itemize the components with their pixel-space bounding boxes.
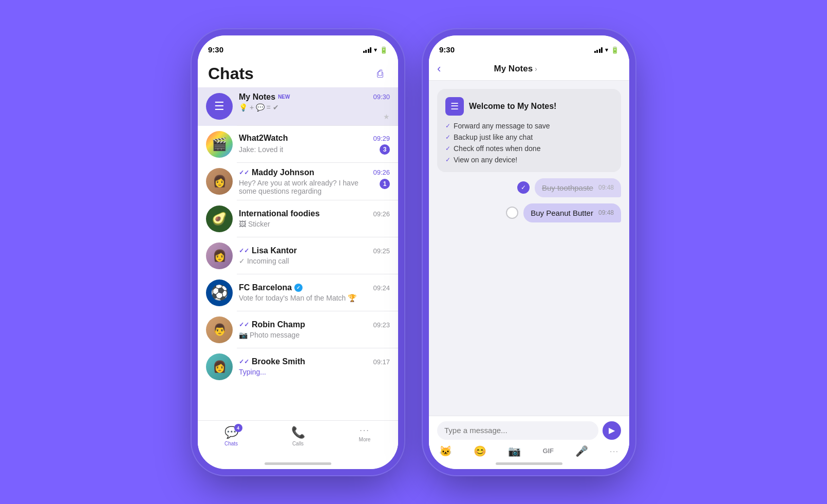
battery-icon-right: 🔋 [611,46,619,54]
chat-top-fc: FC Barcelona ✓ 09:24 [239,283,390,292]
more-tab-icon: ··· [360,426,369,435]
welcome-item-1: ✓ Forward any message to save [445,122,613,130]
avatar-my-notes: ☰ [206,93,233,120]
verified-badge-fc: ✓ [294,284,303,292]
chat-item-international[interactable]: 🥑 International foodies 09:26 🖼 Sticker [198,200,398,237]
chat-top-what2watch: What2Watch 09:29 [239,134,390,143]
chat-preview-robin: 📷 Photo message [239,331,390,339]
signal-bar-r2 [596,50,598,53]
compose-button[interactable]: ⎙ [372,66,388,81]
back-button[interactable]: ‹ [437,62,441,76]
double-check-brooke: ✓✓ [239,358,249,365]
status-icons-left: ▾ 🔋 [363,46,388,54]
chats-title: Chats [208,64,254,83]
tab-more[interactable]: ··· More [331,426,398,442]
notes-input-area: ▶ 🐱 😊 📷 GIF 🎤 ··· [429,416,629,462]
chat-top-international: International foodies 09:26 [239,209,390,218]
double-check-maddy: ✓✓ [239,169,249,176]
audio-icon[interactable]: 🎤 [575,445,588,457]
check-icon-3: ✓ [445,145,450,152]
chat-preview-what2watch: Jake: Loved it [239,145,283,154]
home-indicator-right [496,462,562,465]
chat-item-maddy[interactable]: 👩 ✓✓ Maddy Johnson 09:26 Hey? Are you at… [198,163,398,200]
chat-name-international: International foodies [239,209,319,218]
phone-notch-left [259,35,336,51]
chat-preview-lisa: ✓ Incoming call [239,257,390,265]
checkbox-toothpaste[interactable]: ✓ [517,181,530,194]
back-arrow-icon: ‹ [437,62,441,76]
signal-bars-left [363,47,372,53]
avatar-what2watch: 🎬 [206,131,233,158]
phone-content-left: Chats ⎙ ☰ My Notes NEW 09:30 [198,58,398,469]
chat-bottom-my-notes: ★ [239,113,390,121]
home-indicator-left [265,462,331,465]
phone-content-right: ‹ My Notes › ☰ Welcome to My Notes! ✓ [429,58,629,469]
send-button[interactable]: ▶ [603,421,621,440]
camera-icon[interactable]: 📷 [508,445,521,457]
gif-icon[interactable]: GIF [542,447,554,455]
avatar-fc: ⚽ [206,279,233,306]
notes-page-title: My Notes [494,64,533,74]
message-input[interactable] [437,421,598,440]
avatar-brooke: 👩 [206,353,233,380]
notes-title-wrap: My Notes › [494,64,537,74]
tab-calls[interactable]: 📞 Calls [265,426,331,446]
more-tab-label: More [359,437,371,442]
chat-name-my-notes: My Notes NEW [239,92,290,102]
checkbox-peanut-butter[interactable] [506,207,518,219]
note-time-toothpaste: 09:48 [598,184,614,191]
welcome-icon: ☰ [445,97,464,116]
tab-chats[interactable]: 💬 4 Chats [198,426,265,446]
signal-bar-4 [370,47,371,53]
check-icon-1: ✓ [445,122,450,129]
chat-top-maddy: ✓✓ Maddy Johnson 09:26 [239,168,390,177]
chat-time-fc: 09:24 [373,284,390,292]
chat-item-fc[interactable]: ⚽ FC Barcelona ✓ 09:24 Vote for today's … [198,274,398,311]
chat-item-robin[interactable]: 👨 ✓✓ Robin Champ 09:23 📷 Photo message [198,311,398,348]
chat-time-robin: 09:23 [373,321,390,329]
chat-info-international: International foodies 09:26 🖼 Sticker [239,209,390,228]
input-toolbar: 🐱 😊 📷 GIF 🎤 ··· [437,445,621,457]
note-row-peanut-butter: Buy Peanut Butter 09:48 [437,203,621,222]
signal-bar-r1 [594,51,596,53]
status-time-right: 9:30 [439,45,455,54]
chat-name-lisa: ✓✓ Lisa Kantor [239,246,297,255]
avatar-maddy: 👩 [206,168,233,195]
chat-item-what2watch[interactable]: 🎬 What2Watch 09:29 Jake: Loved it 3 [198,126,398,163]
signal-bar-r4 [601,47,603,53]
chat-top-robin: ✓✓ Robin Champ 09:23 [239,320,390,329]
emoji-icon[interactable]: 😊 [474,445,486,457]
chat-preview-brooke: Typing... [239,368,390,376]
signal-bars-right [594,47,603,53]
welcome-title: Welcome to My Notes! [469,102,556,111]
notes-header: ‹ My Notes › [429,58,629,81]
status-time-left: 9:30 [208,45,223,54]
chat-name-fc: FC Barcelona ✓ [239,283,303,292]
chat-time-lisa: 09:25 [373,247,390,255]
compose-icon: ⎙ [377,68,383,80]
more-toolbar-icon[interactable]: ··· [610,447,619,455]
right-phone: 9:30 ▾ 🔋 ‹ My Notes › [429,35,629,469]
chat-preview-fc: Vote for today's Man of the Match 🏆 [239,294,390,302]
chat-top-brooke: ✓✓ Brooke Smith 09:17 [239,357,390,366]
chat-preview-international: 🖼 Sticker [239,220,390,228]
chat-list: ☰ My Notes NEW 09:30 💡 + 💬 = ✔ ★ [198,87,398,420]
chat-item-lisa[interactable]: 👩 ✓✓ Lisa Kantor 09:25 ✓ Incoming call [198,237,398,274]
note-text-peanut-butter: Buy Peanut Butter [531,209,593,217]
note-row-toothpaste: ✓ Buy toothpaste 09:48 [437,178,621,197]
sticker-icon[interactable]: 🐱 [439,445,452,457]
chat-name-brooke: ✓✓ Brooke Smith [239,357,305,366]
chat-item-my-notes[interactable]: ☰ My Notes NEW 09:30 💡 + 💬 = ✔ ★ [198,87,398,126]
chat-item-brooke[interactable]: 👩 ✓✓ Brooke Smith 09:17 Typing... [198,348,398,385]
chat-info-brooke: ✓✓ Brooke Smith 09:17 Typing... [239,357,390,376]
status-icons-right: ▾ 🔋 [594,46,619,54]
double-check-robin: ✓✓ [239,321,249,328]
send-icon: ▶ [609,425,615,435]
unread-badge-what2watch: 3 [380,144,390,155]
avatar-international: 🥑 [206,206,233,232]
chats-tab-badge: 4 [234,424,242,432]
msg-input-row: ▶ [437,421,621,440]
signal-bar-3 [368,49,369,53]
preview-row-maddy: Hey? Are you at work already? I have som… [239,179,390,195]
chat-preview-my-notes: 💡 + 💬 = ✔ [239,103,390,111]
